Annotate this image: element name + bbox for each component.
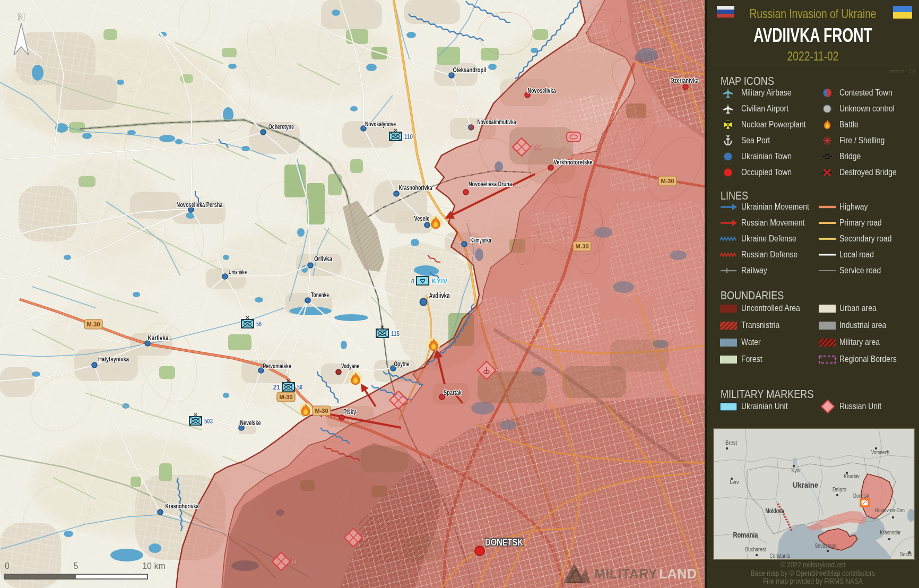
svg-text:KYIV: KYIV bbox=[431, 277, 448, 285]
svg-text:10 km: 10 km bbox=[142, 561, 166, 570]
svg-text:Opytne: Opytne bbox=[394, 360, 410, 368]
svg-text:56: 56 bbox=[256, 320, 262, 328]
svg-text:Halytsynivka: Halytsynivka bbox=[98, 355, 129, 363]
svg-text:Vesele: Vesele bbox=[414, 214, 430, 222]
svg-text:M-30: M-30 bbox=[279, 394, 292, 400]
svg-text:5: 5 bbox=[74, 561, 79, 570]
svg-text:Dnipro: Dnipro bbox=[833, 486, 846, 492]
svg-text:M-30: M-30 bbox=[315, 408, 328, 414]
svg-text:56: 56 bbox=[297, 383, 302, 391]
svg-text:Kyiv: Kyiv bbox=[792, 467, 801, 473]
svg-text:M-30: M-30 bbox=[575, 243, 588, 249]
svg-text:110: 110 bbox=[404, 133, 413, 141]
svg-text:4: 4 bbox=[411, 278, 414, 285]
svg-text:LAND: LAND bbox=[659, 566, 697, 581]
svg-text:Ocheretyne: Ocheretyne bbox=[268, 123, 294, 131]
svg-text:100: 100 bbox=[531, 143, 542, 151]
svg-text:Tonenke: Tonenke bbox=[311, 291, 329, 299]
svg-text:N: N bbox=[18, 11, 25, 22]
svg-text:Novobakhmutivka: Novobakhmutivka bbox=[478, 118, 516, 126]
svg-text:Ukraine: Ukraine bbox=[793, 480, 818, 489]
svg-text:MILITARY: MILITARY bbox=[594, 566, 657, 581]
svg-text:Oleksandropil: Oleksandropil bbox=[453, 66, 487, 74]
svg-text:M-30: M-30 bbox=[86, 321, 100, 327]
svg-text:Romania: Romania bbox=[733, 530, 758, 539]
svg-text:Avdiivka: Avdiivka bbox=[429, 291, 450, 300]
svg-text:Novoselivka Persha: Novoselivka Persha bbox=[177, 201, 223, 209]
svg-text:5: 5 bbox=[362, 534, 366, 542]
svg-text:Ozerianivka: Ozerianivka bbox=[671, 76, 699, 84]
svg-text:503: 503 bbox=[204, 417, 213, 425]
svg-text:9: 9 bbox=[496, 367, 499, 375]
svg-text:Krasnohorivka: Krasnohorivka bbox=[166, 502, 200, 510]
svg-text:Sochi: Sochi bbox=[900, 551, 912, 557]
svg-text:Lviv: Lviv bbox=[730, 479, 740, 485]
svg-text:DONETSK: DONETSK bbox=[485, 537, 523, 548]
svg-text:Moldova: Moldova bbox=[766, 507, 784, 515]
svg-text:115: 115 bbox=[391, 330, 400, 338]
svg-text:Spartak: Spartak bbox=[444, 389, 462, 396]
svg-text:Orlivka: Orlivka bbox=[314, 255, 333, 263]
svg-text:Novokalynove: Novokalynove bbox=[365, 120, 396, 128]
svg-text:Umanske: Umanske bbox=[229, 268, 247, 276]
svg-text:Krasnodar: Krasnodar bbox=[880, 529, 901, 535]
svg-text:0: 0 bbox=[5, 561, 10, 570]
svg-text:M-30: M-30 bbox=[661, 178, 674, 184]
svg-text:Verkhnotoretske: Verkhnotoretske bbox=[554, 158, 593, 166]
svg-text:Kharkiv: Kharkiv bbox=[844, 473, 860, 479]
svg-text:Novoselivka Druha: Novoselivka Druha bbox=[469, 180, 513, 188]
svg-text:21: 21 bbox=[273, 384, 281, 391]
svg-text:Sevastopol: Sevastopol bbox=[815, 542, 838, 549]
svg-text:Novoselivka: Novoselivka bbox=[528, 87, 557, 94]
svg-text:Krasnohorivka: Krasnohorivka bbox=[399, 184, 433, 192]
svg-text:1: 1 bbox=[583, 133, 587, 141]
svg-text:1: 1 bbox=[408, 396, 411, 404]
svg-text:Voronezh: Voronezh bbox=[871, 449, 889, 455]
svg-text:Brest: Brest bbox=[725, 439, 737, 446]
svg-text:Pervomaiske: Pervomaiske bbox=[263, 362, 291, 370]
svg-text:Bucharest: Bucharest bbox=[745, 546, 766, 552]
svg-text:Donetsk: Donetsk bbox=[853, 492, 870, 499]
svg-text:11: 11 bbox=[290, 558, 298, 566]
svg-text:Kamyanka: Kamyanka bbox=[471, 236, 491, 244]
svg-text:Nevelske: Nevelske bbox=[240, 419, 261, 427]
svg-text:Vodyane: Vodyane bbox=[341, 362, 359, 370]
svg-text:Karlivka: Karlivka bbox=[148, 334, 169, 342]
svg-text:Constanta: Constanta bbox=[770, 552, 791, 559]
svg-text:Rostov-on-Don: Rostov-on-Don bbox=[875, 507, 905, 513]
svg-text:Pisky: Pisky bbox=[343, 408, 357, 416]
